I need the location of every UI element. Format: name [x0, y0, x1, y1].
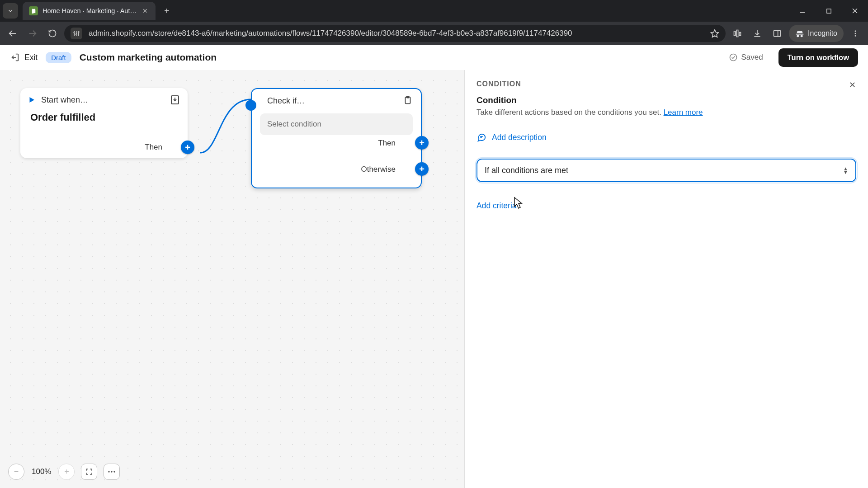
nav-forward-button: [24, 25, 41, 42]
window-maximize-button[interactable]: [816, 0, 842, 22]
condition-head-label: Check if…: [267, 96, 397, 106]
saved-label: Saved: [741, 53, 763, 62]
side-panel-icon[interactable]: [769, 25, 785, 42]
incognito-icon: [795, 29, 804, 38]
svg-point-32: [114, 471, 115, 472]
window-minimize-button[interactable]: [789, 0, 816, 22]
play-icon: [28, 95, 36, 105]
trigger-then-label: Then: [145, 143, 162, 152]
condition-mode-value: If all conditions are met: [485, 166, 568, 175]
condition-input-port: [245, 100, 256, 111]
clipboard-icon[interactable]: [403, 95, 414, 106]
condition-otherwise-label: Otherwise: [361, 165, 396, 174]
svg-marker-12: [711, 30, 719, 38]
panel-sub-text: Take different actions based on the cond…: [476, 108, 664, 117]
tab-title: Home Haven · Marketing · Aut…: [42, 7, 137, 14]
fit-view-button[interactable]: [81, 464, 97, 480]
condition-placeholder[interactable]: Select condition: [260, 113, 413, 135]
add-description-label: Add description: [492, 133, 547, 142]
url-text: admin.shopify.com/store/de8143-a6/market…: [89, 29, 704, 38]
downloads-icon[interactable]: [749, 25, 765, 42]
site-settings-icon[interactable]: [71, 28, 82, 39]
bookmark-star-icon[interactable]: [710, 29, 719, 38]
browser-tab-strip: Home Haven · Marketing · Aut… ✕ +: [0, 0, 868, 22]
svg-point-10: [76, 34, 77, 35]
canvas-tools: − 100% +: [8, 464, 120, 480]
connector-line: [188, 136, 260, 178]
turn-on-workflow-button[interactable]: Turn on workflow: [778, 48, 858, 67]
svg-point-22: [855, 35, 856, 37]
media-controls-icon[interactable]: [729, 25, 745, 42]
tab-close-icon[interactable]: ✕: [141, 7, 149, 14]
check-circle-icon: [729, 53, 738, 62]
browser-address-bar: admin.shopify.com/store/de8143-a6/market…: [0, 22, 868, 45]
flow-canvas[interactable]: Start when… Order fulfilled Then +: [0, 70, 465, 488]
exit-button[interactable]: Exit: [10, 52, 38, 62]
svg-rect-18: [774, 30, 781, 36]
condition-then-label: Then: [378, 139, 396, 148]
zoom-value: 100%: [32, 467, 51, 476]
select-chevron-icon: ▲▼: [843, 167, 848, 174]
nav-back-button[interactable]: [5, 25, 21, 42]
svg-point-11: [78, 31, 79, 33]
svg-rect-15: [739, 33, 741, 36]
svg-point-24: [730, 54, 736, 61]
svg-marker-25: [30, 97, 35, 103]
browser-tab-active[interactable]: Home Haven · Marketing · Aut… ✕: [23, 2, 156, 20]
svg-point-31: [111, 471, 113, 472]
svg-rect-14: [736, 30, 738, 37]
condition-otherwise-add-button[interactable]: +: [415, 162, 429, 176]
condition-panel: ✕ CONDITION Condition Take different act…: [465, 70, 868, 488]
add-description-button[interactable]: Add description: [476, 132, 547, 142]
nav-reload-button[interactable]: [44, 25, 61, 42]
condition-then-add-button[interactable]: +: [415, 136, 429, 150]
exit-label: Exit: [24, 53, 38, 62]
trigger-head-label: Start when…: [41, 95, 164, 105]
condition-mode-select[interactable]: If all conditions are met ▲▼: [476, 159, 856, 182]
workflow-title: Custom marketing automation: [80, 52, 217, 63]
url-input[interactable]: admin.shopify.com/store/de8143-a6/market…: [64, 25, 726, 42]
svg-rect-29: [406, 96, 409, 98]
incognito-chip[interactable]: Incognito: [789, 25, 844, 42]
draft-badge: Draft: [46, 52, 71, 63]
zoom-in-button[interactable]: +: [58, 464, 75, 480]
svg-point-9: [74, 32, 75, 33]
new-tab-button[interactable]: +: [159, 3, 175, 19]
panel-eyebrow: CONDITION: [476, 80, 856, 88]
learn-more-link[interactable]: Learn more: [664, 108, 703, 117]
svg-point-30: [108, 471, 110, 472]
shopify-favicon-icon: [29, 6, 38, 15]
more-canvas-button[interactable]: [104, 464, 120, 480]
panel-subtitle: Take different actions based on the cond…: [476, 108, 856, 117]
app-header: Exit Draft Custom marketing automation S…: [0, 45, 868, 70]
panel-title: Condition: [476, 95, 856, 105]
trigger-body-label: Order fulfilled: [20, 112, 188, 129]
trigger-node[interactable]: Start when… Order fulfilled Then +: [20, 88, 188, 158]
window-close-button[interactable]: [842, 0, 868, 22]
zoom-out-button[interactable]: −: [8, 464, 24, 480]
panel-close-button[interactable]: ✕: [845, 78, 859, 92]
condition-node[interactable]: Check if… Select condition Then + Otherw…: [251, 88, 422, 188]
description-icon: [476, 132, 486, 142]
import-icon[interactable]: [170, 94, 180, 105]
svg-point-21: [855, 33, 856, 34]
browser-menu-icon[interactable]: [847, 25, 863, 42]
exit-icon: [10, 52, 20, 62]
svg-rect-1: [826, 9, 830, 13]
svg-point-20: [855, 30, 856, 32]
incognito-label: Incognito: [808, 29, 837, 38]
saved-status: Saved: [729, 53, 763, 62]
svg-rect-13: [734, 31, 736, 36]
add-criteria-link[interactable]: Add criteria: [476, 201, 517, 211]
tab-search-dropdown[interactable]: [3, 3, 18, 19]
